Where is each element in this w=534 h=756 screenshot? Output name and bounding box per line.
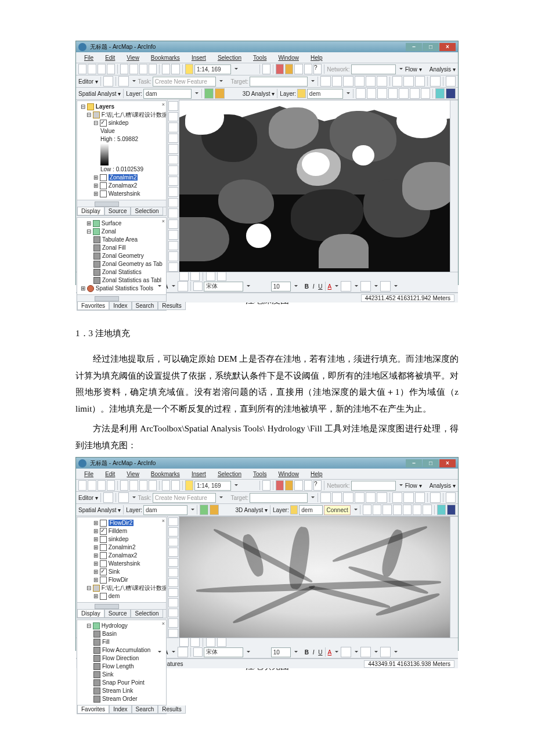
pan-icon[interactable] bbox=[168, 144, 178, 154]
list-item[interactable]: ⊞ Zonalmax2 bbox=[81, 552, 164, 560]
data-view-icon[interactable] bbox=[179, 272, 189, 281]
tbl-icon[interactable] bbox=[304, 64, 312, 74]
tool-item[interactable]: Basin bbox=[81, 630, 164, 638]
toolbox-sst[interactable]: ⊞ Spatial Statistics Tools bbox=[81, 285, 164, 293]
toolbox-icon[interactable] bbox=[276, 64, 284, 74]
histogram-icon[interactable] bbox=[215, 88, 225, 99]
sa-layer-dropdown[interactable]: dam bbox=[143, 89, 191, 99]
font-color-button[interactable]: A bbox=[328, 283, 332, 290]
contour-icon[interactable] bbox=[204, 88, 214, 99]
toc-layer-zonalmax[interactable]: ⊞ Zonalmax2 bbox=[81, 182, 164, 190]
tool-item[interactable]: Stream Link bbox=[81, 687, 164, 695]
xy-icon[interactable] bbox=[168, 241, 178, 251]
flow-dropdown[interactable]: Flow ▾ bbox=[405, 66, 422, 73]
list-item[interactable]: ⊞ FlowDir bbox=[81, 576, 164, 584]
tool-item[interactable]: Tabulate Area bbox=[81, 236, 164, 244]
toc-tab-source[interactable]: Source bbox=[104, 207, 131, 215]
menu-view[interactable]: View bbox=[122, 55, 144, 61]
new-icon[interactable] bbox=[78, 64, 86, 74]
target-dropdown[interactable] bbox=[250, 77, 308, 87]
fixed-zoom-out-icon[interactable] bbox=[168, 134, 178, 143]
toc-dataset[interactable]: ⊟ F:\乱七八糟\课程设计数据\计 bbox=[81, 111, 164, 119]
network-dropdown[interactable] bbox=[351, 64, 396, 74]
forward-icon[interactable] bbox=[168, 177, 178, 186]
back-icon[interactable] bbox=[168, 165, 178, 175]
refresh-icon[interactable] bbox=[206, 272, 215, 281]
fixed-zoom-in-icon[interactable] bbox=[168, 123, 178, 132]
title-bar[interactable]: 无标题 - ArcMap - ArcInfo – □ × bbox=[76, 41, 458, 52]
clear-sel-icon[interactable] bbox=[168, 198, 178, 208]
paste-icon[interactable] bbox=[139, 64, 147, 74]
toolbox-hydrology[interactable]: ⊟ Hydrology bbox=[81, 622, 164, 630]
tb-tab-fav[interactable]: Favorites bbox=[77, 302, 109, 310]
tool-item[interactable]: Flow Length bbox=[81, 663, 164, 671]
help-icon[interactable]: ? bbox=[313, 64, 322, 74]
list-item[interactable]: ⊞ Watershsink bbox=[81, 560, 164, 568]
toc-layer-sinkdep[interactable]: ⊟ sinkdep bbox=[81, 119, 164, 127]
canvas-vscroll[interactable] bbox=[450, 100, 458, 272]
toc-hscroll[interactable] bbox=[77, 200, 166, 207]
menu-tools[interactable]: Tools bbox=[248, 55, 271, 61]
list-item[interactable]: ⊞ Sink bbox=[81, 568, 164, 576]
list-item[interactable]: ⊞ Zonalmin2 bbox=[81, 543, 164, 552]
find-icon[interactable] bbox=[168, 230, 178, 240]
pause-icon[interactable] bbox=[217, 272, 226, 281]
cmd-icon[interactable] bbox=[294, 64, 302, 74]
copy-icon[interactable] bbox=[129, 64, 138, 74]
minimize-button[interactable]: – bbox=[406, 459, 422, 467]
menu-file[interactable]: File bbox=[80, 55, 98, 61]
zoom-out-icon[interactable] bbox=[168, 112, 178, 122]
tool-item[interactable]: Fill bbox=[81, 638, 164, 646]
scale-input[interactable]: 1:14, 169 bbox=[194, 64, 231, 74]
menu-edit[interactable]: Edit bbox=[100, 55, 120, 61]
tb-tab-results[interactable]: Results bbox=[158, 302, 185, 310]
close-button[interactable]: × bbox=[439, 43, 456, 51]
menu-selection[interactable]: Selection bbox=[213, 55, 246, 61]
full-extent-icon[interactable] bbox=[168, 155, 178, 165]
tool-item[interactable]: Zonal Geometry as Tab bbox=[81, 260, 164, 268]
close-button[interactable]: × bbox=[439, 459, 456, 467]
maximize-button[interactable]: □ bbox=[423, 459, 439, 467]
toc-dataset[interactable]: ⊟ F:\乱七八糟\课程设计数据\计 bbox=[81, 584, 164, 592]
layout-view-icon[interactable] bbox=[190, 272, 200, 281]
tool-item[interactable]: Flow Accumulation bbox=[81, 646, 164, 654]
marker-color-button[interactable] bbox=[380, 281, 391, 291]
tool-item[interactable]: Zonal Statistics bbox=[81, 268, 164, 276]
menu-help[interactable]: Help bbox=[306, 55, 327, 61]
measure-icon[interactable] bbox=[168, 251, 178, 261]
toc-layer-watershrink[interactable]: ⊞ Watershsink bbox=[81, 190, 164, 198]
delete-icon[interactable] bbox=[149, 64, 157, 74]
save-icon[interactable] bbox=[98, 64, 106, 74]
size-dropdown[interactable]: 10 bbox=[271, 282, 291, 291]
editor-dropdown[interactable]: Editor ▾ bbox=[78, 78, 98, 85]
tool-item[interactable]: Stream Order bbox=[81, 695, 164, 703]
toolbox-zonal[interactable]: ⊟ Zonal bbox=[81, 228, 164, 236]
undo-icon[interactable] bbox=[162, 64, 170, 74]
globe-icon[interactable] bbox=[435, 88, 445, 99]
list-item[interactable]: ⊞ sinkdep bbox=[81, 535, 164, 543]
menu-window[interactable]: Window bbox=[273, 55, 304, 61]
menu-bookmarks[interactable]: Bookmarks bbox=[146, 55, 185, 61]
menu-insert[interactable]: Insert bbox=[187, 55, 211, 61]
line-color-button[interactable] bbox=[360, 281, 371, 291]
tool-item[interactable]: Sink bbox=[81, 671, 164, 679]
toc-tab-display[interactable]: Display bbox=[77, 207, 104, 215]
toolbox-hscroll[interactable] bbox=[77, 294, 166, 301]
scene-icon[interactable] bbox=[446, 88, 456, 99]
underline-button[interactable]: U bbox=[318, 283, 322, 290]
tb-tab-index[interactable]: Index bbox=[109, 302, 131, 310]
tool-item[interactable]: Zonal Geometry bbox=[81, 252, 164, 260]
scale-input[interactable]: 1:14, 169 bbox=[194, 481, 231, 491]
add-data-icon[interactable] bbox=[185, 64, 193, 74]
open-icon[interactable] bbox=[88, 64, 96, 74]
catalog-icon[interactable] bbox=[285, 64, 293, 74]
menu-bar[interactable]: File Edit View Bookmarks Insert Selectio… bbox=[76, 469, 458, 480]
select-icon[interactable] bbox=[168, 187, 178, 197]
title-bar[interactable]: 无标题 - ArcMap - ArcInfo – □ × bbox=[76, 458, 458, 469]
bold-button[interactable]: B bbox=[305, 283, 309, 290]
list-item[interactable]: ⊞ dem bbox=[81, 592, 164, 600]
panel-close-icon[interactable]: × bbox=[162, 102, 165, 107]
toc-tab-selection[interactable]: Selection bbox=[131, 207, 163, 215]
map-canvas[interactable] bbox=[179, 516, 458, 638]
task-dropdown[interactable]: Create New Feature bbox=[153, 77, 216, 87]
